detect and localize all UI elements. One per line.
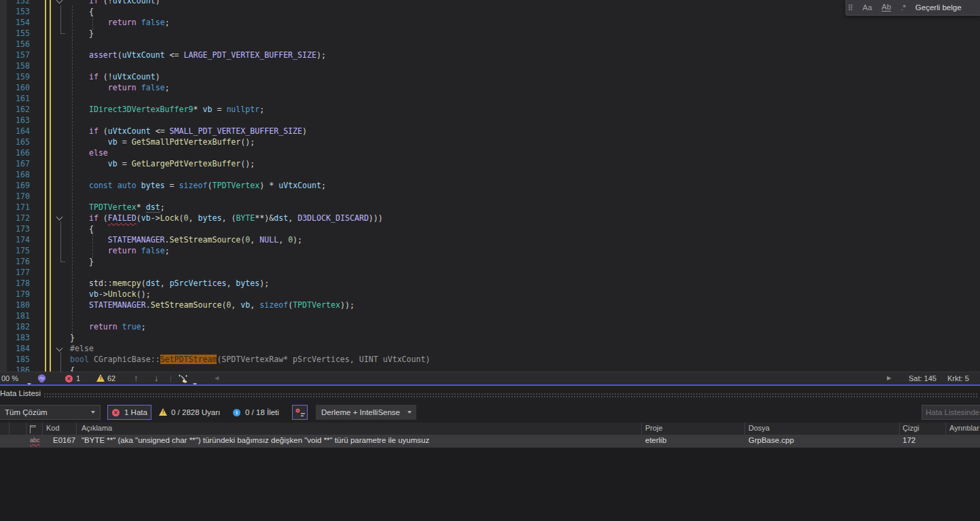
code-line[interactable] — [70, 39, 980, 50]
line-number[interactable]: 180 — [7, 300, 31, 310]
line-number[interactable]: 155 — [7, 28, 31, 39]
code-line[interactable]: if (FAILED(vb->Lock(0, bytes, (BYTE**)&d… — [70, 213, 980, 223]
code-line[interactable]: TPDTVertex* dst; — [70, 202, 980, 213]
code-line[interactable]: } — [70, 332, 980, 343]
line-number[interactable]: 186 — [7, 365, 31, 372]
find-scope-dropdown[interactable]: Geçerli belge — [915, 3, 962, 12]
code-line[interactable]: vb->Unlock(); — [70, 289, 980, 300]
column-header-details[interactable]: Ayrıntılar — [949, 424, 979, 432]
code-line[interactable] — [70, 60, 980, 71]
column-header-description[interactable]: Açıklama — [81, 424, 112, 432]
line-number[interactable]: 168 — [7, 169, 31, 180]
line-number[interactable]: 154 — [7, 17, 31, 28]
code-line[interactable] — [70, 93, 980, 104]
breakpoint-margin[interactable] — [0, 0, 7, 372]
code-line[interactable]: #else — [70, 343, 980, 354]
line-number[interactable]: 163 — [7, 115, 31, 126]
code-line[interactable]: return true; — [70, 321, 980, 332]
code-line[interactable]: if (uVtxCount <= SMALL_PDT_VERTEX_BUFFER… — [70, 126, 980, 137]
code-line[interactable]: else — [70, 147, 980, 158]
code-line[interactable]: { — [70, 223, 980, 234]
code-line[interactable] — [70, 310, 980, 321]
code-line[interactable]: return false; — [70, 245, 980, 256]
line-number[interactable]: 172 — [7, 213, 31, 223]
code-line[interactable] — [70, 169, 980, 180]
line-number[interactable]: 176 — [7, 256, 31, 267]
fold-chevron-icon[interactable] — [56, 214, 63, 221]
warnings-toggle-button[interactable]: ! 0 / 2828 Uyarı — [155, 405, 227, 420]
line-number[interactable]: 170 — [7, 191, 31, 202]
code-line[interactable]: return false; — [70, 17, 980, 28]
error-count-icon[interactable]: ✕ — [65, 375, 73, 382]
code-editor[interactable]: 1521531541551561571581591601611621631641… — [0, 0, 980, 372]
code-line[interactable]: STATEMANAGER.SetStreamSource(0, NULL, 0)… — [70, 234, 980, 245]
error-list-search[interactable] — [922, 405, 980, 420]
line-number[interactable]: 174 — [7, 234, 31, 245]
line-number[interactable]: 179 — [7, 289, 31, 300]
line-number[interactable]: 175 — [7, 245, 31, 256]
code-line[interactable]: vb = GetSmallPdtVertexBuffer(); — [70, 137, 980, 147]
code-line[interactable]: bool CGraphicBase::SetPDTStream(SPDTVert… — [70, 354, 980, 365]
line-number[interactable]: 166 — [7, 147, 31, 158]
filter-button[interactable] — [292, 405, 308, 420]
regex-icon[interactable]: .* — [901, 3, 906, 12]
search-input[interactable] — [922, 406, 980, 418]
code-line[interactable]: IDirect3DVertexBuffer9* vb = nullptr; — [70, 104, 980, 115]
fold-chevron-icon[interactable] — [56, 0, 63, 3]
next-issue-icon[interactable]: ↓ — [154, 372, 158, 384]
errors-toggle-button[interactable]: ✕ 1 Hata — [107, 405, 151, 420]
fold-chevron-icon[interactable] — [56, 345, 63, 352]
line-number[interactable]: 171 — [7, 202, 31, 213]
scroll-right-icon[interactable]: ▶ — [887, 372, 891, 384]
code-line[interactable]: { — [70, 6, 980, 17]
error-table-row[interactable]: abc E0167 "BYTE **" (aka "unsigned char … — [0, 435, 980, 448]
code-line[interactable]: vb = GetLargePdtVertexBuffer(); — [70, 158, 980, 169]
severity-column-icon[interactable] — [30, 425, 36, 435]
code-line[interactable] — [70, 267, 980, 278]
line-number[interactable]: 181 — [7, 310, 31, 321]
code-line[interactable]: return false; — [70, 82, 980, 93]
error-code-cell[interactable]: E0167 — [53, 436, 75, 444]
code-line[interactable]: { — [70, 365, 980, 372]
line-number[interactable]: 169 — [7, 180, 31, 191]
line-number[interactable]: 159 — [7, 71, 31, 82]
error-description-cell[interactable]: "BYTE **" (aka "unsigned char **") türün… — [81, 436, 429, 444]
scope-filter-dropdown[interactable]: Tüm Çözüm — [0, 405, 101, 420]
line-number[interactable]: 185 — [7, 354, 31, 365]
code-line[interactable]: } — [70, 256, 980, 267]
column-header-line[interactable]: Çizgi — [903, 424, 919, 432]
line-number[interactable]: 177 — [7, 267, 31, 278]
code-line[interactable]: if (!uVtxCount) — [70, 0, 980, 6]
line-number[interactable]: 160 — [7, 82, 31, 93]
messages-toggle-button[interactable]: i 0 / 18 İleti — [229, 405, 291, 420]
scroll-left-icon[interactable]: ◀ — [215, 372, 219, 384]
code-line[interactable]: STATEMANAGER.SetStreamSource(0, vb, size… — [70, 300, 980, 310]
panel-title-bar[interactable]: Hata Listesi — [0, 388, 980, 401]
column-header-code[interactable]: Kod — [46, 424, 60, 432]
line-number[interactable]: 182 — [7, 321, 31, 332]
zoom-level[interactable]: 00 % — [1, 372, 18, 384]
line-number[interactable]: 157 — [7, 50, 31, 60]
code-line[interactable]: std::memcpy(dst, pSrcVertices, bytes); — [70, 278, 980, 289]
code-line[interactable]: assert(uVtxCount <= LARGE_PDT_VERTEX_BUF… — [70, 50, 980, 60]
column-header-file[interactable]: Dosya — [748, 424, 769, 432]
line-number[interactable]: 156 — [7, 39, 31, 50]
column-header-project[interactable]: Proje — [645, 424, 663, 432]
line-number[interactable]: 167 — [7, 158, 31, 169]
error-line-cell[interactable]: 172 — [903, 436, 915, 444]
line-numbers[interactable]: 1521531541551561571581591601611621631641… — [7, 0, 31, 372]
code-line[interactable]: if (!uVtxCount) — [70, 71, 980, 82]
line-number[interactable]: 153 — [7, 6, 31, 17]
line-number[interactable]: 164 — [7, 126, 31, 137]
prev-issue-icon[interactable]: ↑ — [134, 372, 138, 384]
line-number[interactable]: 184 — [7, 343, 31, 354]
line-number[interactable]: 161 — [7, 93, 31, 104]
code-line[interactable] — [70, 191, 980, 202]
code-line[interactable]: const auto bytes = sizeof(TPDTVertex) * … — [70, 180, 980, 191]
whole-word-icon[interactable]: Ab — [882, 3, 891, 12]
error-project-cell[interactable]: eterlib — [645, 436, 666, 444]
code-lines[interactable]: if (!uVtxCount) { return false; } assert… — [70, 0, 980, 372]
code-line[interactable]: } — [70, 28, 980, 39]
warning-count[interactable]: 62 — [107, 372, 115, 384]
line-number[interactable]: 162 — [7, 104, 31, 115]
